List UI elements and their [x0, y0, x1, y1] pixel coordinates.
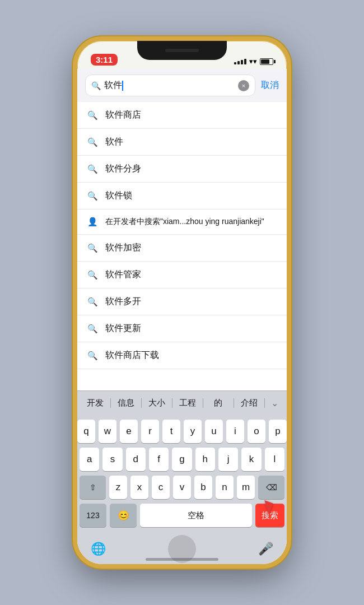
search-input-wrapper[interactable]: 🔍 软件 × [85, 75, 255, 96]
key-p[interactable]: p [269, 420, 287, 443]
numbers-key[interactable]: 123 [80, 504, 106, 527]
suggestion-text: 软件更新 [105, 323, 141, 334]
key-r[interactable]: r [141, 420, 159, 443]
suggestion-text: 在开发者中搜索"xiam...zhou ying ruanjiankeji" [105, 217, 264, 227]
key-row-2: a s d f g h j k l [80, 448, 284, 471]
key-z[interactable]: z [109, 476, 127, 499]
key-d[interactable]: d [126, 448, 146, 471]
key-h[interactable]: h [195, 448, 215, 471]
status-time: 3:11 [91, 54, 118, 66]
key-row-4: 123 😊 空格 搜索 [80, 504, 284, 527]
key-y[interactable]: y [184, 420, 202, 443]
key-m[interactable]: m [237, 476, 255, 499]
signal-bar-3 [241, 60, 243, 64]
key-s[interactable]: s [102, 448, 122, 471]
emoji-key[interactable]: 😊 [110, 504, 137, 527]
predictive-word-5[interactable]: 的 [203, 393, 234, 413]
search-icon: 🔍 [87, 243, 97, 253]
text-cursor [122, 81, 123, 91]
suggestion-text: 软件加密 [105, 242, 141, 254]
suggestion-text: 软件分身 [105, 163, 141, 175]
suggestion-text: 软件多开 [105, 296, 141, 308]
search-icon: 🔍 [87, 297, 97, 307]
key-g[interactable]: g [172, 448, 192, 471]
search-query-text: 软件 [104, 80, 235, 91]
predictive-word-3[interactable]: 大小 [141, 393, 172, 413]
signal-bar-2 [237, 61, 240, 64]
suggestion-item[interactable]: 🔍 软件锁 [77, 183, 287, 210]
suggestion-text: 软件 [105, 136, 123, 148]
wifi-icon: ▾▾ [249, 57, 257, 66]
search-bar-container: 🔍 软件 × 取消 [77, 69, 287, 102]
suggestion-item[interactable]: 🔍 软件加密 [77, 235, 287, 262]
suggestion-item[interactable]: 🔍 软件商店 [77, 102, 287, 129]
suggestion-text: 软件锁 [105, 190, 132, 202]
search-icon: 🔍 [87, 351, 97, 361]
signal-icon [234, 59, 246, 64]
suggestion-item[interactable]: 🔍 软件更新 [77, 315, 287, 342]
delete-key[interactable]: ⌫ [258, 476, 284, 499]
key-a[interactable]: a [80, 448, 99, 471]
status-icons: ▾▾ [234, 57, 273, 66]
signal-bar-4 [244, 59, 246, 64]
predictive-word-6[interactable]: 介绍 [234, 393, 264, 413]
key-v[interactable]: v [173, 476, 191, 499]
shift-key[interactable]: ⇧ [80, 476, 106, 499]
search-icon: 🔍 [87, 324, 97, 334]
space-key[interactable]: 空格 [140, 504, 252, 527]
search-icon: 🔍 [87, 110, 97, 120]
key-t[interactable]: t [162, 420, 180, 443]
home-indicator-bar [146, 558, 218, 561]
key-l[interactable]: l [265, 448, 284, 471]
globe-icon[interactable]: 🌐 [91, 542, 106, 556]
suggestion-item[interactable]: 🔍 软件多开 [77, 288, 287, 315]
suggestion-text: 软件管家 [105, 269, 141, 281]
suggestion-text: 软件商店下载 [105, 350, 159, 361]
microphone-icon[interactable]: 🎤 [258, 542, 273, 556]
speaker [165, 49, 199, 52]
key-row-3: ⇧ z x c v b n m ⌫ [80, 476, 284, 499]
suggestion-item[interactable]: 🔍 软件分身 [77, 156, 287, 183]
clear-button[interactable]: × [238, 80, 249, 91]
developer-suggestion-item[interactable]: 👤 在开发者中搜索"xiam...zhou ying ruanjiankeji" [77, 210, 287, 235]
key-b[interactable]: b [194, 476, 212, 499]
battery-icon [260, 58, 273, 65]
suggestion-item[interactable]: 🔍 软件 [77, 129, 287, 156]
key-k[interactable]: k [241, 448, 261, 471]
key-f[interactable]: f [149, 448, 169, 471]
suggestions-list: 🔍 软件商店 🔍 软件 🔍 软件分身 🔍 软件锁 👤 在开发者中搜索"xiam.… [77, 102, 287, 390]
search-icon: 🔍 [87, 191, 97, 201]
search-icon: 🔍 [87, 270, 97, 280]
keyboard: q w e r t y u i o p a s d f g h j k [77, 415, 287, 534]
key-o[interactable]: o [248, 420, 265, 443]
predictive-word-4[interactable]: 工程 [172, 393, 203, 413]
cancel-button[interactable]: 取消 [261, 80, 279, 91]
search-icon: 🔍 [87, 137, 97, 147]
key-q[interactable]: q [77, 420, 95, 443]
predictive-chevron[interactable]: ⌄ [264, 398, 284, 408]
key-x[interactable]: x [130, 476, 148, 499]
key-row-1: q w e r t y u i o p [80, 420, 284, 443]
predictive-bar: 开发 信息 大小 工程 的 介绍 ⌄ [77, 390, 287, 415]
key-u[interactable]: u [205, 420, 223, 443]
suggestion-text: 软件商店 [105, 109, 141, 121]
search-icon: 🔍 [87, 164, 97, 174]
key-e[interactable]: e [120, 420, 138, 443]
search-icon: 🔍 [91, 81, 101, 90]
suggestion-item[interactable]: 🔍 软件商店下载 [77, 342, 287, 369]
predictive-word-2[interactable]: 信息 [110, 393, 141, 413]
key-n[interactable]: n [216, 476, 234, 499]
person-icon: 👤 [87, 217, 97, 227]
key-c[interactable]: c [152, 476, 170, 499]
screen: 🔍 软件 × 取消 🔍 软件商店 🔍 软件 🔍 软件分身 [77, 69, 287, 564]
key-j[interactable]: j [218, 448, 238, 471]
phone-frame: 3:11 ▾▾ 🔍 软件 × 取消 [73, 36, 291, 569]
key-w[interactable]: w [99, 420, 116, 443]
notch [137, 41, 227, 60]
predictive-word-1[interactable]: 开发 [80, 393, 110, 413]
signal-bar-1 [234, 62, 236, 64]
key-i[interactable]: i [226, 420, 244, 443]
suggestion-item[interactable]: 🔍 软件管家 [77, 262, 287, 288]
